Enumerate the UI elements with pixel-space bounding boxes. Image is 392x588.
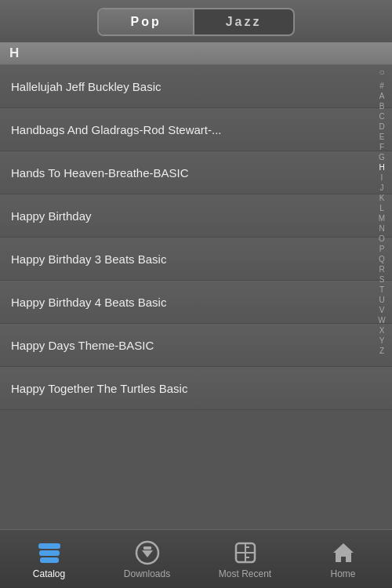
alpha-letter-p[interactable]: P (379, 244, 385, 254)
main-content: Pop Jazz H Hallelujah Jeff Buckley Basic… (0, 0, 392, 529)
alpha-letter-v[interactable]: V (379, 305, 385, 315)
section-header: H (0, 42, 392, 65)
list-item[interactable]: Happy Days Theme-BASIC (0, 324, 392, 367)
tab-most-recent[interactable]: Most Recent (196, 530, 294, 588)
tab-downloads-label: Downloads (124, 568, 170, 579)
home-icon (329, 539, 358, 567)
list-wrapper: Hallelujah Jeff Buckley Basic Handbags A… (0, 65, 392, 529)
alpha-letter-d[interactable]: D (379, 122, 384, 132)
alpha-letter-o[interactable]: O (379, 234, 385, 244)
alpha-letter-hash[interactable]: # (379, 81, 384, 91)
segment-jazz[interactable]: Jazz (194, 9, 293, 34)
segment-pop[interactable]: Pop (99, 9, 192, 34)
alpha-letter-g[interactable]: G (379, 152, 385, 162)
list-item[interactable]: Hallelujah Jeff Buckley Basic (0, 65, 392, 108)
tab-catalog[interactable]: Catalog (0, 530, 98, 588)
list-item[interactable]: Happy Birthday 3 Beats Basic (0, 238, 392, 281)
alpha-letter-u[interactable]: U (379, 295, 384, 305)
alpha-letter-m[interactable]: M (379, 213, 385, 223)
tab-home-label: Home (330, 568, 355, 579)
list-item[interactable]: Hands To Heaven-Breathe-BASIC (0, 151, 392, 194)
catalog-icon (35, 539, 64, 567)
alpha-letter-b[interactable]: B (379, 101, 385, 111)
alpha-letter-r[interactable]: R (379, 264, 384, 274)
most-recent-icon (231, 539, 260, 567)
section-letter: H (9, 45, 19, 60)
list-item[interactable]: Happy Together The Turtles Basic (0, 367, 392, 410)
tab-downloads[interactable]: Downloads (98, 530, 196, 588)
segment-bar: Pop Jazz (0, 0, 392, 42)
alpha-letter-q[interactable]: Q (379, 254, 385, 264)
list-container: Hallelujah Jeff Buckley Basic Handbags A… (0, 65, 392, 410)
alpha-letter-i[interactable]: I (381, 172, 383, 183)
alpha-letter-s[interactable]: S (379, 274, 385, 285)
tab-home[interactable]: Home (294, 530, 392, 588)
alpha-letter-j[interactable]: J (380, 183, 384, 193)
tab-catalog-label: Catalog (33, 568, 65, 579)
alpha-letter-k[interactable]: K (379, 193, 385, 203)
list-item[interactable]: Happy Birthday (0, 194, 392, 238)
alpha-letter-c[interactable]: C (379, 111, 384, 122)
list-item[interactable]: Happy Birthday 4 Beats Basic (0, 281, 392, 324)
alpha-letter-l[interactable]: L (379, 203, 384, 213)
alpha-letter-x[interactable]: X (379, 325, 385, 336)
alpha-letter-w[interactable]: W (378, 315, 385, 325)
list-item[interactable]: Handbags And Gladrags-Rod Stewart-... (0, 108, 392, 151)
alpha-letter-e[interactable]: E (379, 132, 385, 142)
alpha-letter-t[interactable]: T (379, 285, 384, 295)
downloads-icon (133, 539, 162, 567)
tab-bar: Catalog Downloads Most Recent (0, 529, 392, 588)
svg-marker-1 (142, 550, 153, 557)
search-alpha-icon[interactable]: ○ (379, 67, 384, 79)
svg-marker-8 (333, 543, 354, 562)
alpha-letter-f[interactable]: F (379, 142, 384, 152)
segment-control: Pop Jazz (97, 8, 294, 36)
svg-rect-2 (143, 546, 151, 550)
alpha-letter-h[interactable]: H (379, 162, 384, 172)
alpha-letter-y[interactable]: Y (379, 336, 385, 346)
alpha-letter-n[interactable]: N (379, 223, 384, 234)
alpha-letter-a[interactable]: A (379, 91, 385, 101)
tab-most-recent-label: Most Recent (219, 568, 271, 579)
alpha-letter-z[interactable]: Z (379, 346, 384, 356)
